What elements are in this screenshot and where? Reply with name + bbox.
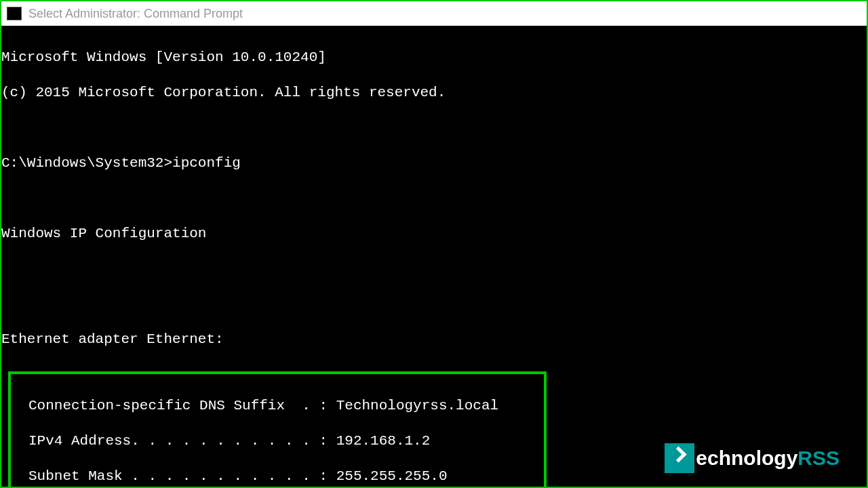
blank bbox=[1, 119, 867, 137]
value: Technologyrss.local bbox=[336, 398, 498, 413]
watermark-text: echnologyRSS bbox=[696, 447, 840, 470]
value: 255.255.255.0 bbox=[336, 468, 448, 484]
watermark: echnologyRSS bbox=[665, 443, 840, 473]
titlebar[interactable]: Select Administrator: Command Prompt bbox=[1, 1, 867, 26]
watermark-rss: RSS bbox=[797, 447, 840, 469]
watermark-arrow-icon bbox=[665, 443, 694, 473]
blank bbox=[1, 190, 867, 207]
cmd-icon bbox=[7, 7, 22, 20]
prompt-line: C:\Windows\System32>ipconfig bbox=[1, 155, 867, 172]
label: IPv4 Address. . . . . . . . . . . : bbox=[28, 433, 336, 449]
titlebar-text: Select Administrator: Command Prompt bbox=[28, 7, 243, 21]
label: Connection-specific DNS Suffix . : bbox=[28, 398, 336, 413]
os-version-line: Microsoft Windows [Version 10.0.10240] bbox=[1, 49, 867, 66]
copyright-line: (c) 2015 Microsoft Corporation. All righ… bbox=[1, 84, 867, 102]
highlight-box: Connection-specific DNS Suffix . : Techn… bbox=[8, 371, 547, 488]
terminal-output[interactable]: Microsoft Windows [Version 10.0.10240] (… bbox=[1, 26, 867, 488]
command-text: ipconfig bbox=[172, 155, 241, 171]
watermark-main: echnology bbox=[696, 447, 797, 469]
eth1-ipv4: IPv4 Address. . . . . . . . . . . : 192.… bbox=[28, 432, 544, 450]
eth1-title: Ethernet adapter Ethernet: bbox=[1, 331, 867, 348]
eth1-mask: Subnet Mask . . . . . . . . . . . : 255.… bbox=[28, 468, 544, 485]
blank bbox=[1, 296, 867, 313]
value: 192.168.1.2 bbox=[336, 433, 431, 449]
prompt-path: C:\Windows\System32> bbox=[1, 155, 172, 171]
winip-header: Windows IP Configuration bbox=[1, 225, 867, 243]
blank bbox=[1, 260, 867, 278]
eth1-dns: Connection-specific DNS Suffix . : Techn… bbox=[28, 397, 544, 415]
label: Subnet Mask . . . . . . . . . . . : bbox=[28, 468, 336, 484]
cmd-window: Select Administrator: Command Prompt Mic… bbox=[0, 0, 868, 488]
